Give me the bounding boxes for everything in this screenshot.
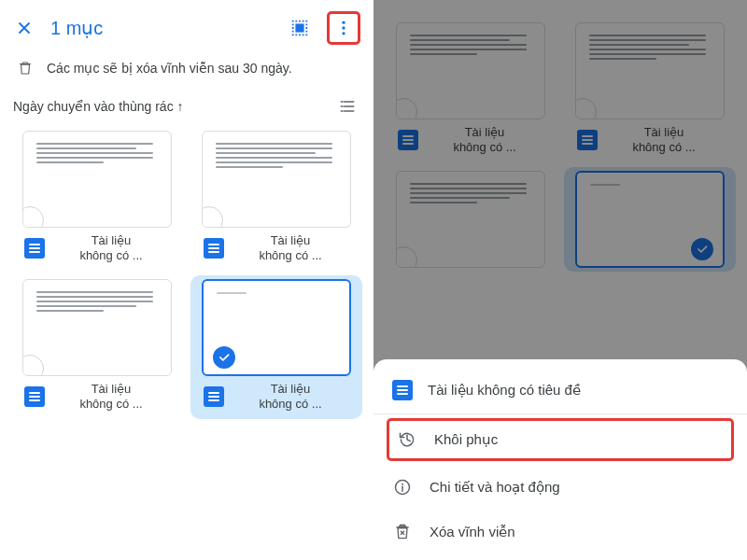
sheet-file-header: Tài liệu không có tiêu đề (374, 369, 747, 414)
svg-point-1 (342, 21, 345, 24)
view-toggle-button[interactable] (338, 97, 357, 116)
more-vert-icon (334, 19, 353, 37)
close-selection-button[interactable] (13, 17, 35, 39)
file-thumbnail (22, 131, 172, 228)
restore-label: Khôi phục (434, 431, 498, 448)
select-all-icon (289, 18, 310, 38)
sheet-file-name: Tài liệu không có tiêu đề (428, 382, 581, 399)
docs-icon (24, 238, 45, 259)
list-view-icon (338, 97, 357, 116)
trash-info-banner: Các mục sẽ bị xóa vĩnh viễn sau 30 ngày. (0, 50, 374, 90)
file-thumbnail (202, 279, 351, 376)
file-thumbnail (22, 279, 172, 376)
select-all-button[interactable] (288, 16, 312, 40)
file-thumbnail (202, 131, 351, 228)
selection-circle-icon (202, 206, 223, 228)
highlight-more-button (327, 11, 360, 45)
trash-info-text: Các mục sẽ bị xóa vĩnh viễn sau 30 ngày. (47, 61, 292, 76)
details-label: Chi tiết và hoạt động (430, 479, 560, 496)
file-tile[interactable]: Tài liệu không có ... (11, 127, 183, 272)
info-icon (392, 478, 413, 497)
screen-right-actions-sheet: Tài liệu không có ... Tài liệu không có … (374, 0, 747, 560)
file-tile[interactable]: Tài liệu không có ... (11, 275, 183, 420)
file-tile[interactable]: Tài liệu không có ... (190, 127, 362, 272)
file-title: Tài liệu không có ... (232, 382, 349, 413)
selection-circle-icon (22, 206, 44, 228)
file-grid: Tài liệu không có ... Tài liệu không có … (0, 119, 374, 427)
screen-left-trash-selection: 1 mục Các mục sẽ bị xóa vĩnh viễn sau 30… (0, 0, 374, 560)
svg-rect-0 (295, 23, 303, 32)
file-tile-selected[interactable]: Tài liệu không có ... (190, 275, 362, 420)
close-icon (15, 19, 34, 37)
selection-circle-icon (22, 355, 44, 376)
restore-icon (397, 430, 417, 449)
file-title: Tài liệu không có ... (52, 382, 170, 413)
docs-icon (24, 386, 45, 407)
delete-forever-label: Xóa vĩnh viễn (430, 524, 515, 540)
selection-count: 1 mục (50, 17, 273, 39)
action-bottom-sheet: Tài liệu không có tiêu đề Khôi phục Chi … (374, 359, 747, 560)
trash-icon (17, 60, 34, 77)
file-title: Tài liệu không có ... (232, 233, 349, 264)
docs-icon (392, 380, 413, 400)
sort-label[interactable]: Ngày chuyển vào thùng rác ↑ (13, 99, 184, 114)
svg-point-3 (342, 32, 345, 35)
checkmark-icon (213, 346, 235, 369)
delete-forever-action[interactable]: Xóa vĩnh viễn (374, 510, 747, 554)
docs-icon (204, 386, 224, 407)
restore-action[interactable]: Khôi phục (387, 418, 734, 461)
svg-point-5 (402, 483, 403, 485)
selection-header: 1 mục (0, 0, 374, 50)
svg-point-2 (342, 26, 345, 29)
details-action[interactable]: Chi tiết và hoạt động (374, 465, 747, 510)
docs-icon (204, 238, 224, 259)
delete-forever-icon (392, 523, 413, 541)
sort-bar: Ngày chuyển vào thùng rác ↑ (0, 90, 374, 119)
more-options-button[interactable] (331, 16, 356, 40)
file-title: Tài liệu không có ... (52, 233, 170, 264)
